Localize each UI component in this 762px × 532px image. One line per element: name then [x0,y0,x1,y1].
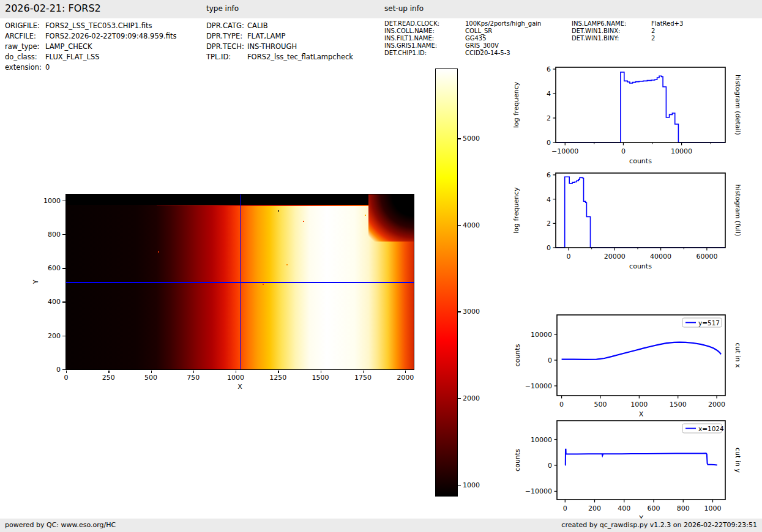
x-tick-label: 60000 [696,253,717,260]
right-side-label: histogram (detail) [734,75,742,135]
field-label: INS.GRIS1.NAME: [384,42,465,50]
field-value: GG435 [465,35,487,42]
info-row: INS.COLL.NAME:COLL_SR [384,28,541,35]
y-axis-label: counts [514,449,521,471]
x-tick-label: 600 [648,504,660,512]
x-tick-label: 1000 [227,374,244,382]
cut-in-x-chart: 0500100015002000−10000010000Xcountscut i… [505,308,744,422]
info-row: INS.LAMP6.NAME:FlatRed+3 [572,20,683,28]
y-axis-label: log frequency [512,81,520,128]
field-value: CCID20-14-5-3 [465,50,510,57]
x-tick-label: 750 [187,374,200,382]
x-tick-label: 0 [563,504,567,512]
x-tick-label: 1250 [269,374,286,382]
y-tick [62,268,65,268]
y-tick-label: −10000 [525,487,552,495]
image-artifact-dot [278,210,279,212]
x-tick-label: 200 [588,504,601,512]
x-tick [108,371,109,374]
field-value: FORS2_lss_tec_flatLampcheck [247,52,353,62]
file-info-block: ORIGFILE:FORS2_LSS_TEC053.CHIP1.fits ARC… [5,21,176,73]
raw-image-plot: X Y 025050075010001250150017502000020040… [65,194,414,370]
x-tick [151,371,152,374]
cut-in-y-chart: 02004006008001000−10000010000Ycountscut … [505,413,744,526]
raw-image-edge-line [157,205,400,206]
x-tick-label: 40000 [650,253,671,260]
colorbar-tick-label: 5000 [463,135,480,142]
histogram-full-chart: 02000040000600000246countslog frequencyh… [504,166,744,274]
image-artifact-dot [303,221,304,222]
y-tick-label: −10000 [525,382,552,390]
y-tick-label: 10000 [531,436,552,444]
colorbar-tick [458,485,461,486]
info-row: raw_type:LAMP_CHECK [5,42,176,52]
info-row: DET.CHIP1.ID:CCID20-14-5-3 [384,50,541,57]
y-tick-label: 2 [547,220,551,227]
x-axis-label: counts [629,157,652,165]
info-row: DET.WIN1.BINX:2 [572,28,683,35]
colorbar-tick [458,225,461,226]
field-value: FLUX_FLAT_LSS [45,52,100,62]
x-tick-label: 500 [594,401,607,408]
info-row: DPR.CATG:CALIB [206,21,353,31]
footer-powered-by: powered by QC: www.eso.org/HC [5,521,116,529]
info-row: extension:0 [5,62,176,73]
y-tick [62,201,65,201]
field-value: FLAT,LAMP [247,31,285,42]
colorbar-tick-label: 3000 [463,308,480,316]
setup-info-block-a: DET.READ.CLOCK:100Kps/2ports/high_gain I… [384,20,541,57]
x-tick-label: 2000 [397,374,414,382]
field-label: ARCFILE: [5,31,45,42]
colorbar-tick-label: 1000 [463,481,480,489]
y-tick-label: 200 [48,331,61,339]
field-label: DET.CHIP1.ID: [384,50,465,57]
info-row: DPR.TECH:INS-THROUGH [206,42,353,52]
field-value: FlatRed+3 [651,20,683,28]
right-side-label: histogram (full) [734,185,742,237]
colorbar-tick [458,311,461,312]
field-value: INS-THROUGH [247,42,297,52]
y-tick [62,234,65,235]
x-tick-label: 1000 [630,401,648,408]
legend-label: y=517 [698,319,720,327]
image-artifact-dot [158,251,159,253]
colorbar-tick-label: 2000 [463,394,480,402]
page-title: 2026-02-21: FORS2 [5,2,101,14]
x-tick-label: 500 [144,374,157,382]
colorbar-tick [458,398,461,399]
type-info-title: type info [206,4,239,13]
field-value: 2 [651,35,655,42]
info-row: DET.READ.CLOCK:100Kps/2ports/high_gain [384,20,541,28]
image-artifact-dot [263,284,264,285]
field-value: 100Kps/2ports/high_gain [465,20,541,28]
y-tick-label: 0 [548,462,552,470]
field-label: DPR.TECH: [206,42,247,52]
y-tick-label: 4 [547,90,551,98]
field-label: DET.WIN1.BINY: [572,35,651,42]
y-tick-label: 0 [547,139,551,147]
legend-label: x=1024 [698,425,724,432]
x-tick [321,371,321,374]
x-tick-label: 2000 [708,401,725,408]
info-row: do_class:FLUX_FLAT_LSS [5,52,176,62]
right-side-label: cut in y [734,448,742,473]
y-tick-label: 10000 [531,331,552,339]
colorbar: 10002000300040005000 [435,68,458,497]
y-tick-label: 0 [56,366,61,374]
crosshair-horizontal-line [66,282,414,283]
y-tick-label: 4 [547,196,551,204]
info-row: TPL.ID:FORS2_lss_tec_flatLampcheck [206,52,353,62]
field-label: DPR.CATG: [206,21,247,31]
field-label: INS.COLL.NAME: [384,28,465,35]
x-tick-label: 10000 [671,147,692,155]
x-tick [278,371,278,374]
y-tick [62,336,65,336]
y-tick [62,369,65,370]
type-info-block: DPR.CATG:CALIB DPR.TYPE:FLAT,LAMP DPR.TE… [206,21,353,62]
info-row: INS.FILT1.NAME:GG435 [384,35,541,42]
x-tick-label: 1500 [670,401,687,408]
setup-info-block-b: INS.LAMP6.NAME:FlatRed+3 DET.WIN1.BINX:2… [572,20,683,42]
info-row: DPR.TYPE:FLAT,LAMP [206,31,353,42]
field-value: GRIS_300V [465,42,499,50]
field-value: LAMP_CHECK [45,42,92,52]
